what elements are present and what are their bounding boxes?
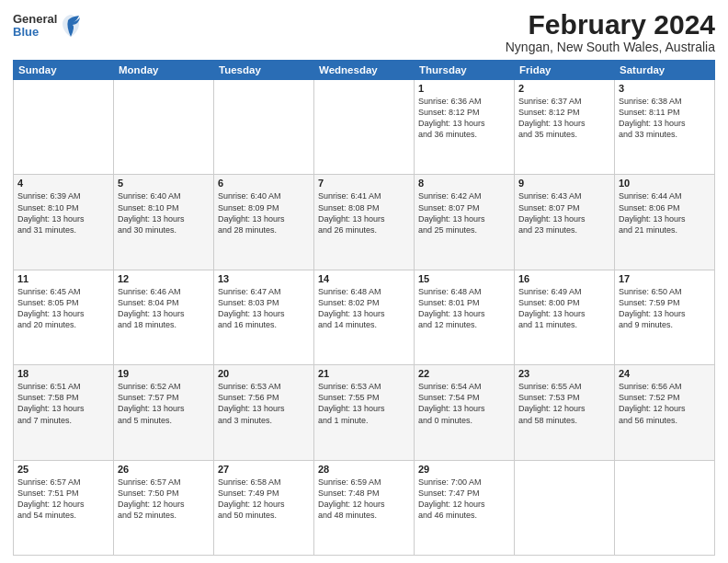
calendar-cell: 5Sunrise: 6:40 AM Sunset: 8:10 PM Daylig… — [114, 175, 214, 270]
day-info: Sunrise: 6:53 AM Sunset: 7:55 PM Dayligh… — [318, 381, 410, 426]
day-info: Sunrise: 6:45 AM Sunset: 8:05 PM Dayligh… — [17, 286, 109, 331]
day-number: 17 — [619, 273, 711, 284]
day-info: Sunrise: 6:39 AM Sunset: 8:10 PM Dayligh… — [17, 190, 109, 236]
calendar-cell: 15Sunrise: 6:48 AM Sunset: 8:01 PM Dayli… — [415, 270, 515, 364]
calendar-table: SundayMondayTuesdayWednesdayThursdayFrid… — [13, 60, 715, 556]
day-info: Sunrise: 6:49 AM Sunset: 8:00 PM Dayligh… — [518, 286, 610, 331]
day-number: 22 — [418, 368, 510, 379]
calendar-cell: 22Sunrise: 6:54 AM Sunset: 7:54 PM Dayli… — [415, 365, 515, 460]
calendar-week-row: 4Sunrise: 6:39 AM Sunset: 8:10 PM Daylig… — [14, 175, 715, 270]
day-number: 29 — [418, 464, 510, 475]
day-number: 24 — [619, 368, 711, 379]
day-info: Sunrise: 6:36 AM Sunset: 8:12 PM Dayligh… — [418, 96, 510, 141]
day-info: Sunrise: 6:55 AM Sunset: 7:53 PM Dayligh… — [518, 381, 610, 426]
calendar-cell: 16Sunrise: 6:49 AM Sunset: 8:00 PM Dayli… — [515, 270, 615, 364]
calendar-cell: 9Sunrise: 6:43 AM Sunset: 8:07 PM Daylig… — [515, 175, 615, 270]
day-number: 23 — [518, 368, 610, 379]
calendar-cell: 28Sunrise: 6:59 AM Sunset: 7:48 PM Dayli… — [314, 460, 415, 555]
page: General Blue February 2024 Nyngan, New S… — [0, 0, 728, 563]
day-number: 27 — [218, 464, 310, 475]
day-info: Sunrise: 6:38 AM Sunset: 8:11 PM Dayligh… — [619, 96, 711, 141]
calendar-week-row: 25Sunrise: 6:57 AM Sunset: 7:51 PM Dayli… — [14, 460, 715, 555]
day-number: 20 — [218, 368, 310, 379]
calendar-week-row: 18Sunrise: 6:51 AM Sunset: 7:58 PM Dayli… — [14, 365, 715, 460]
day-info: Sunrise: 6:47 AM Sunset: 8:03 PM Dayligh… — [218, 286, 310, 331]
page-subtitle: Nyngan, New South Wales, Australia — [506, 40, 715, 54]
calendar-header-row: SundayMondayTuesdayWednesdayThursdayFrid… — [14, 61, 715, 80]
calendar-cell: 17Sunrise: 6:50 AM Sunset: 7:59 PM Dayli… — [615, 270, 715, 364]
day-info: Sunrise: 7:00 AM Sunset: 7:47 PM Dayligh… — [418, 477, 510, 522]
calendar-cell — [214, 80, 314, 175]
calendar-cell: 7Sunrise: 6:41 AM Sunset: 8:08 PM Daylig… — [314, 175, 415, 270]
calendar-cell — [114, 80, 214, 175]
day-number: 11 — [17, 273, 109, 284]
calendar-week-row: 11Sunrise: 6:45 AM Sunset: 8:05 PM Dayli… — [14, 270, 715, 364]
calendar-cell — [314, 80, 415, 175]
day-info: Sunrise: 6:51 AM Sunset: 7:58 PM Dayligh… — [17, 381, 109, 426]
day-info: Sunrise: 6:53 AM Sunset: 7:56 PM Dayligh… — [218, 381, 310, 426]
day-number: 13 — [218, 273, 310, 284]
day-info: Sunrise: 6:43 AM Sunset: 8:07 PM Dayligh… — [518, 190, 610, 236]
day-info: Sunrise: 6:50 AM Sunset: 7:59 PM Dayligh… — [619, 286, 711, 331]
calendar-cell: 12Sunrise: 6:46 AM Sunset: 8:04 PM Dayli… — [114, 270, 214, 364]
calendar-day-header: Monday — [114, 61, 214, 80]
day-number: 6 — [218, 178, 310, 189]
calendar-day-header: Wednesday — [314, 61, 415, 80]
day-info: Sunrise: 6:56 AM Sunset: 7:52 PM Dayligh… — [619, 381, 711, 426]
calendar-cell: 14Sunrise: 6:48 AM Sunset: 8:02 PM Dayli… — [314, 270, 415, 364]
day-number: 1 — [418, 83, 510, 94]
calendar-cell — [615, 460, 715, 555]
day-number: 10 — [619, 178, 711, 189]
calendar-cell: 19Sunrise: 6:52 AM Sunset: 7:57 PM Dayli… — [114, 365, 214, 460]
day-info: Sunrise: 6:46 AM Sunset: 8:04 PM Dayligh… — [118, 286, 210, 331]
day-number: 3 — [619, 83, 711, 94]
calendar-cell: 20Sunrise: 6:53 AM Sunset: 7:56 PM Dayli… — [214, 365, 314, 460]
day-number: 9 — [518, 178, 610, 189]
day-number: 18 — [17, 368, 109, 379]
day-number: 2 — [518, 83, 610, 94]
calendar-week-row: 1Sunrise: 6:36 AM Sunset: 8:12 PM Daylig… — [14, 80, 715, 175]
calendar-cell: 18Sunrise: 6:51 AM Sunset: 7:58 PM Dayli… — [14, 365, 114, 460]
title-block: February 2024 Nyngan, New South Wales, A… — [506, 9, 715, 54]
calendar-cell — [515, 460, 615, 555]
day-info: Sunrise: 6:44 AM Sunset: 8:06 PM Dayligh… — [619, 190, 711, 236]
day-number: 5 — [118, 178, 210, 189]
calendar-cell: 8Sunrise: 6:42 AM Sunset: 8:07 PM Daylig… — [415, 175, 515, 270]
calendar-cell: 1Sunrise: 6:36 AM Sunset: 8:12 PM Daylig… — [415, 80, 515, 175]
day-info: Sunrise: 6:40 AM Sunset: 8:10 PM Dayligh… — [118, 190, 210, 236]
day-number: 12 — [118, 273, 210, 284]
day-info: Sunrise: 6:57 AM Sunset: 7:50 PM Dayligh… — [118, 477, 210, 522]
logo-general: General — [13, 13, 57, 26]
calendar-cell: 3Sunrise: 6:38 AM Sunset: 8:11 PM Daylig… — [615, 80, 715, 175]
calendar-cell: 27Sunrise: 6:58 AM Sunset: 7:49 PM Dayli… — [214, 460, 314, 555]
calendar-cell: 25Sunrise: 6:57 AM Sunset: 7:51 PM Dayli… — [14, 460, 114, 555]
calendar-cell: 4Sunrise: 6:39 AM Sunset: 8:10 PM Daylig… — [14, 175, 114, 270]
day-info: Sunrise: 6:48 AM Sunset: 8:01 PM Dayligh… — [418, 286, 510, 331]
calendar-cell: 2Sunrise: 6:37 AM Sunset: 8:12 PM Daylig… — [515, 80, 615, 175]
calendar-cell: 13Sunrise: 6:47 AM Sunset: 8:03 PM Dayli… — [214, 270, 314, 364]
day-info: Sunrise: 6:57 AM Sunset: 7:51 PM Dayligh… — [17, 477, 109, 522]
calendar-day-header: Friday — [515, 61, 615, 80]
day-number: 25 — [17, 464, 109, 475]
day-number: 4 — [17, 178, 109, 189]
calendar-cell: 10Sunrise: 6:44 AM Sunset: 8:06 PM Dayli… — [615, 175, 715, 270]
logo-bird-icon — [61, 13, 81, 39]
day-number: 16 — [518, 273, 610, 284]
calendar-cell: 21Sunrise: 6:53 AM Sunset: 7:55 PM Dayli… — [314, 365, 415, 460]
calendar-cell — [14, 80, 114, 175]
day-info: Sunrise: 6:58 AM Sunset: 7:49 PM Dayligh… — [218, 477, 310, 522]
page-title: February 2024 — [506, 9, 715, 40]
logo-text: General Blue — [13, 13, 57, 40]
calendar-cell: 23Sunrise: 6:55 AM Sunset: 7:53 PM Dayli… — [515, 365, 615, 460]
calendar-cell: 6Sunrise: 6:40 AM Sunset: 8:09 PM Daylig… — [214, 175, 314, 270]
day-info: Sunrise: 6:59 AM Sunset: 7:48 PM Dayligh… — [318, 477, 410, 522]
calendar-day-header: Tuesday — [214, 61, 314, 80]
calendar-cell: 29Sunrise: 7:00 AM Sunset: 7:47 PM Dayli… — [415, 460, 515, 555]
day-info: Sunrise: 6:52 AM Sunset: 7:57 PM Dayligh… — [118, 381, 210, 426]
day-number: 28 — [318, 464, 410, 475]
day-info: Sunrise: 6:42 AM Sunset: 8:07 PM Dayligh… — [418, 190, 510, 236]
header: General Blue February 2024 Nyngan, New S… — [13, 9, 715, 54]
day-number: 7 — [318, 178, 410, 189]
logo-blue: Blue — [13, 26, 57, 39]
day-number: 21 — [318, 368, 410, 379]
